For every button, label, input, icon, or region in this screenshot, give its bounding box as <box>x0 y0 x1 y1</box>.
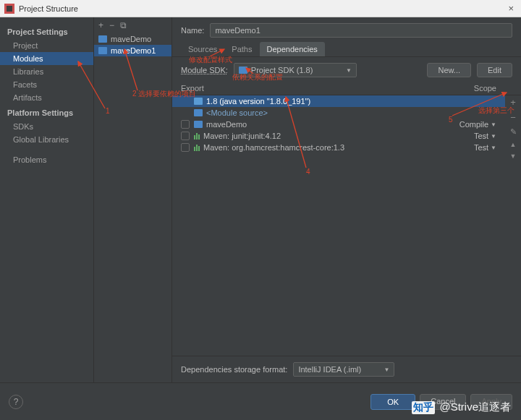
col-scope: Scope <box>474 84 512 93</box>
source-icon <box>194 109 203 116</box>
dep-row[interactable]: Maven: org.hamcrest:hamcrest-core:1.3 Te… <box>172 142 505 153</box>
dep-down-icon[interactable]: ▼ <box>510 153 517 160</box>
sidebar-item-problems[interactable]: Problems <box>0 153 93 166</box>
module-item[interactable]: maveDemo <box>94 33 171 45</box>
chevron-down-icon: ▼ <box>384 367 389 373</box>
deps-table: 1.8 (java version "1.8.0_191") <Module s… <box>172 95 521 356</box>
svg-rect-5 <box>194 98 203 105</box>
dep-add-icon[interactable]: + <box>510 97 516 108</box>
new-sdk-button[interactable]: New... <box>427 63 471 77</box>
dep-row[interactable]: maveDemo Compile▼ <box>172 119 505 130</box>
window-title: Project Structure <box>19 4 505 13</box>
folder-icon <box>98 35 107 43</box>
scope-combo[interactable]: Test▼ <box>459 132 499 140</box>
edit-sdk-button[interactable]: Edit <box>477 63 512 77</box>
chevron-down-icon: ▼ <box>346 67 352 74</box>
svg-rect-1 <box>7 6 12 12</box>
dep-up-icon[interactable]: ▲ <box>510 141 517 148</box>
maven-icon <box>194 133 200 140</box>
module-list-panel: + − ⧉ maveDemo maveDemo1 <box>94 17 172 382</box>
close-icon[interactable]: × <box>505 3 517 14</box>
dep-row[interactable]: 1.8 (java version "1.8.0_191") <box>172 95 505 107</box>
module-name-input[interactable] <box>210 23 512 38</box>
svg-rect-6 <box>194 109 203 116</box>
name-label: Name: <box>181 26 204 35</box>
main-panel: Name: Sources Paths Dependencies Module … <box>172 17 521 382</box>
tab-paths[interactable]: Paths <box>224 42 259 56</box>
scope-combo[interactable]: Test▼ <box>459 143 499 152</box>
folder-icon <box>98 47 107 54</box>
app-icon <box>4 4 14 14</box>
module-label: maveDemo1 <box>111 46 156 55</box>
storage-label: Dependencies storage format: <box>181 365 287 374</box>
dep-checkbox[interactable] <box>181 132 190 140</box>
module-sdk-combo[interactable]: Project SDK (1.8) ▼ <box>234 63 357 77</box>
apply-button[interactable]: Apply <box>470 394 512 410</box>
sidebar-heading-platform: Platform Settings <box>0 104 93 120</box>
ok-button[interactable]: OK <box>370 394 415 410</box>
module-sdk-label: Module SDK: <box>181 66 228 74</box>
storage-combo[interactable]: IntelliJ IDEA (.iml) ▼ <box>293 362 394 377</box>
dep-edit-icon[interactable]: ✎ <box>510 127 517 137</box>
sidebar: Project Settings Project Modules Librari… <box>0 17 94 382</box>
scope-combo[interactable]: Compile▼ <box>459 120 499 129</box>
tab-sources[interactable]: Sources <box>181 42 224 56</box>
tab-dependencies[interactable]: Dependencies <box>260 42 325 56</box>
sidebar-item-facets[interactable]: Facets <box>0 78 93 91</box>
sidebar-item-libraries[interactable]: Libraries <box>0 65 93 78</box>
sidebar-item-project[interactable]: Project <box>0 39 93 52</box>
sidebar-heading-project: Project Settings <box>0 23 93 39</box>
storage-value: IntelliJ IDEA (.iml) <box>298 365 361 374</box>
module-remove-icon[interactable]: − <box>109 20 114 30</box>
module-icon <box>194 121 203 128</box>
dep-row[interactable]: Maven: junit:junit:4.12 Test▼ <box>172 130 505 142</box>
svg-rect-7 <box>194 121 203 128</box>
sdk-value: Project SDK (1.8) <box>251 66 313 74</box>
folder-icon <box>239 67 247 74</box>
svg-rect-4 <box>239 67 247 74</box>
jdk-icon <box>194 98 203 105</box>
maven-icon <box>194 145 200 151</box>
svg-rect-2 <box>98 35 107 43</box>
dep-remove-icon[interactable]: − <box>510 112 516 123</box>
svg-rect-3 <box>98 47 107 54</box>
dep-checkbox[interactable] <box>181 120 190 129</box>
module-add-icon[interactable]: + <box>98 20 103 30</box>
sidebar-item-global-libraries[interactable]: Global Libraries <box>0 133 93 146</box>
sidebar-item-artifacts[interactable]: Artifacts <box>0 91 93 104</box>
module-label: maveDemo <box>111 35 151 43</box>
col-export: Export <box>181 84 474 93</box>
sidebar-item-sdks[interactable]: SDKs <box>0 120 93 133</box>
dep-row[interactable]: <Module source> <box>172 107 505 119</box>
help-button[interactable]: ? <box>9 395 23 409</box>
dep-checkbox[interactable] <box>181 143 190 152</box>
module-item[interactable]: maveDemo1 <box>94 45 171 56</box>
sidebar-item-modules[interactable]: Modules <box>0 52 93 65</box>
cancel-button[interactable]: Cancel <box>420 394 466 410</box>
module-copy-icon[interactable]: ⧉ <box>120 20 127 30</box>
